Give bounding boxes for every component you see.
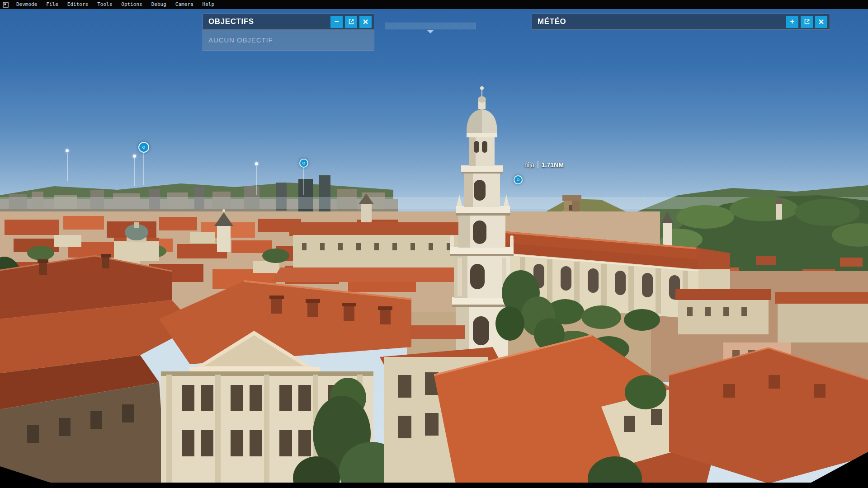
weather-panel-titlebar[interactable]: MÉTÉO + ✕ bbox=[532, 14, 830, 30]
plus-icon: + bbox=[790, 18, 794, 26]
add-button[interactable]: + bbox=[786, 16, 798, 28]
objectives-panel-titlebar[interactable]: OBJECTIFS − ✕ bbox=[203, 14, 374, 30]
poi-dot-marker[interactable] bbox=[133, 155, 136, 158]
close-button[interactable]: ✕ bbox=[815, 16, 827, 28]
weather-panel-buttons: + ✕ bbox=[786, 16, 827, 28]
poi-beam bbox=[256, 166, 257, 195]
devmode-menu-bar: Devmode File Editors Tools Options Debug… bbox=[0, 0, 868, 9]
world-marker-layer: nija | 1.71NM bbox=[0, 0, 868, 488]
objectives-panel-title: OBJECTIFS bbox=[208, 17, 254, 26]
objectives-panel-body: AUCUN OBJECTIF bbox=[203, 30, 374, 51]
menu-item-options[interactable]: Options bbox=[117, 0, 146, 9]
poi-beam bbox=[143, 153, 144, 185]
minus-icon: − bbox=[335, 18, 339, 26]
poi-beam bbox=[67, 153, 68, 181]
poi-badge-icon bbox=[517, 178, 519, 181]
simulator-viewport: nija | 1.71NM Devmode File Editors Tools… bbox=[0, 0, 868, 488]
menu-item-editors[interactable]: Editors bbox=[63, 0, 93, 9]
poi-beam bbox=[134, 158, 135, 186]
close-icon: ✕ bbox=[818, 18, 824, 26]
menu-item-camera[interactable]: Camera bbox=[171, 0, 198, 9]
close-button[interactable]: ✕ bbox=[359, 16, 372, 28]
popout-button[interactable] bbox=[345, 16, 357, 28]
poi-badge-icon bbox=[142, 146, 145, 149]
poi-beam bbox=[303, 168, 304, 195]
popout-icon bbox=[348, 19, 354, 25]
objectives-panel: OBJECTIFS − ✕ AUCUN OBJECTIF bbox=[203, 14, 374, 51]
poi-distance-text: 1.71NM bbox=[542, 161, 564, 169]
objectives-panel-buttons: − ✕ bbox=[330, 16, 372, 28]
poi-badge-marker[interactable] bbox=[514, 175, 523, 184]
menu-item-debug[interactable]: Debug bbox=[147, 0, 171, 9]
chevron-down-icon bbox=[427, 30, 434, 33]
menu-item-help[interactable]: Help bbox=[198, 0, 219, 9]
minimize-button[interactable]: − bbox=[330, 16, 343, 28]
poi-dot-marker[interactable] bbox=[255, 162, 258, 165]
menu-item-tools[interactable]: Tools bbox=[93, 0, 117, 9]
poi-badge-marker[interactable] bbox=[299, 159, 308, 168]
weather-panel: MÉTÉO + ✕ bbox=[532, 14, 830, 30]
poi-label-divider: | bbox=[538, 161, 538, 169]
poi-badge-icon bbox=[302, 162, 305, 164]
weather-panel-title: MÉTÉO bbox=[538, 17, 566, 26]
devmode-app-icon bbox=[3, 2, 9, 8]
poi-dot-marker[interactable] bbox=[66, 149, 69, 152]
popout-button[interactable] bbox=[801, 16, 813, 28]
menu-item-devmode[interactable]: Devmode bbox=[12, 0, 42, 9]
close-icon: ✕ bbox=[363, 18, 368, 26]
poi-badge-marker[interactable] bbox=[138, 142, 149, 153]
poi-name-text: nija bbox=[524, 161, 534, 169]
objectives-empty-text: AUCUN OBJECTIF bbox=[208, 36, 273, 44]
poi-distance-label: nija | 1.71NM bbox=[524, 161, 564, 169]
popout-icon bbox=[804, 19, 810, 25]
menu-item-file[interactable]: File bbox=[42, 0, 63, 9]
toolbar-collapse-handle[interactable] bbox=[385, 23, 476, 29]
